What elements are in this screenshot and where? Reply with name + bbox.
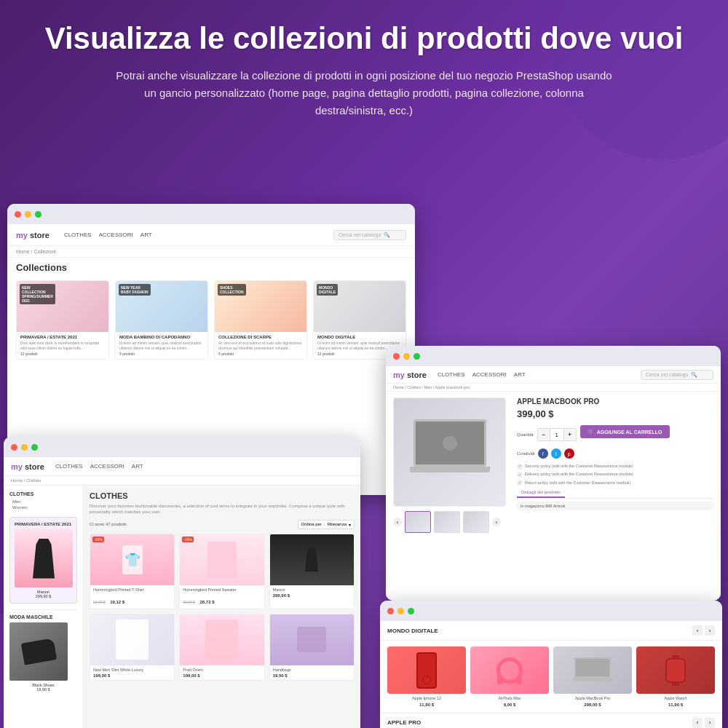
nav-clothes-2[interactable]: CLOTHES [55,463,83,470]
collection-img-2: SHOESCOLLECTION [215,281,306,332]
section1-title: MONDO DIGITALE [387,628,438,634]
product-pricing-1: 35,90 $ 28,72 $ [183,593,261,606]
pinterest-share-button[interactable]: p [564,448,574,459]
product-info-1: Hummingbird Printed Sweater 35,90 $ 28,7… [180,585,264,609]
add-to-cart-label: AGGIUNGE AL CARRELLO [597,430,662,435]
nav-accessori-2[interactable]: ACCESSORI [90,463,124,470]
sort-label: Ordina per [301,522,322,526]
product-info-0: Hummingbird Printed T-Shirt 23,90 $ 19,1… [90,585,174,609]
sidebar-maschile[interactable]: MODA MASCHILE [9,614,77,620]
laptop-icon [406,419,494,485]
product-card-0[interactable]: -20% 👕 Hummingbird Printed T-Shirt 23,90… [90,534,175,609]
store-nav-1: my store CLOTHES ACCESSORI ART Cerca nel… [7,224,415,246]
product-img-4 [180,614,264,665]
coll-desc-0: Duis aute irure dolor in reprehenderit i… [20,341,105,350]
coll-name-2: COLLEZIONE DI SCARPE [218,335,303,339]
mini-price-2: 299,00 $ [553,703,632,707]
prev-thumb-button[interactable]: ‹ [393,518,402,526]
minimize-dot [25,211,31,218]
collection-card-0[interactable]: NEWCOLLECTIONSPRING/SUMMER2021 PRIMAVERA… [16,280,109,360]
thumb-1[interactable] [405,511,431,533]
shoes-promo-img [9,622,68,681]
collection-card-1[interactable]: NEW YEARBABY FASHION MODA BAMBINO DI CAP… [115,280,208,360]
breadcrumb-2: Home / Clothes [4,476,360,486]
promo-title: PRIMAVERA / ESTATE 2021 [15,522,72,526]
return-check-icon: ✓ [517,480,523,486]
mini-product-2[interactable]: Apple MacBook Pro 299,00 $ [553,646,632,707]
collections-heading: Collections [7,258,415,276]
twitter-share-button[interactable]: t [551,448,561,459]
sort-value: Rilevanza [328,522,347,526]
next-thumb-button[interactable]: › [492,518,501,526]
laptop-base [410,467,490,472]
search-bar-3[interactable]: Cerca nel catalogo 🔍 [641,370,713,380]
mini-img-1 [470,646,549,694]
breadcrumb-3: Home / Clothes / Men / Apple macbook pro [386,384,721,392]
section2-nav: ‹ › [692,718,715,728]
product-card-5[interactable]: Handbags 19,50 $ [269,614,355,681]
qty-increase-button[interactable]: + [564,429,576,440]
main-product-image [393,397,506,507]
mini-name-2: Apple MacBook Pro [553,696,632,701]
section1-next-button[interactable]: › [705,625,715,636]
clothes-desc: Discover your favorites fashionable disc… [90,503,355,515]
product-name-4: Pratt Oveni [183,668,261,672]
mini-product-0[interactable]: Apple Iphone 12 11,90 $ [387,646,466,707]
product-card-3[interactable]: New Men Slim White Luxury 199,00 $ [90,614,175,681]
section2-next-button[interactable]: › [705,718,715,728]
collection-card-2[interactable]: SHOESCOLLECTION COLLEZIONE DI SCARPE Ac … [214,280,307,360]
mini-price-0: 11,90 $ [387,703,466,707]
security-policy-text: Security policy (edit with the Customer … [525,463,633,470]
phone-icon [416,652,437,689]
product-card-2[interactable]: Manon 299,90 $ [269,534,355,609]
nav-clothes-3[interactable]: CLOTHES [438,371,465,378]
headphone-icon [496,657,523,684]
nav-art-1[interactable]: ART [141,232,152,238]
apple-logo [443,436,457,451]
maximize-dot-4 [408,608,414,614]
product-badge-0: -20% [92,537,104,542]
mini-product-1[interactable]: AirPods Max 9,00 $ [470,646,549,707]
chevron-down-icon: ▾ [349,522,351,527]
coll-desc-2: Ac vero eos et accusamus et iusto odio d… [218,341,303,350]
facebook-share-button[interactable]: f [538,448,548,459]
mini-product-3[interactable]: Apple Watch 11,90 $ [636,646,715,707]
product-tab-details[interactable]: Dettagli del prodotto [517,488,565,498]
product-images-col: ‹ › [393,397,510,587]
product-card-1[interactable]: -20% Hummingbird Printed Sweater 35,90 $… [179,534,264,609]
watch-icon [665,658,686,683]
thumb-2[interactable] [434,511,460,533]
search-text-3: Cerca nel catalogo [646,372,688,377]
laptop-mini-icon [573,657,613,683]
collection-img-3: MONDODIGITALE [314,281,405,332]
search-bar-1[interactable]: Cerca nel catalogo 🔍 [333,230,406,240]
products-grid-2: -20% 👕 Hummingbird Printed T-Shirt 23,90… [90,534,355,681]
browser-bar-3 [386,346,721,366]
close-dot-2 [11,444,17,451]
sort-selector[interactable]: Ordina per: Rilevanza ▾ [298,520,355,529]
nav-art-3[interactable]: ART [514,371,526,378]
coll-name-0: PRIMAVERA / ESTATE 2021 [20,335,105,339]
nav-art-2[interactable]: ART [132,463,143,470]
section1-prev-button[interactable]: ‹ [692,625,703,636]
share-row: Condividi f t p [517,448,713,459]
sidebar-cat-women[interactable]: Women [9,505,77,510]
nav-accessori-3[interactable]: ACCESSORI [472,371,507,378]
section2-prev-button[interactable]: ‹ [692,718,703,728]
thumb-3[interactable] [463,511,489,533]
qty-decrease-button[interactable]: − [538,429,550,440]
quantity-control: − 1 + [537,428,577,441]
sidebar-cat-men[interactable]: Men [9,499,77,504]
product-name-3: New Men Slim White Luxury [93,668,171,672]
nav-clothes-1[interactable]: CLOTHES [64,232,92,238]
product-card-4[interactable]: Pratt Oveni 199,00 $ [179,614,264,681]
sidebar-cat-clothes[interactable]: CLOTHES [9,491,77,496]
win3-body: ‹ › APPLE MACBOOK PRO 399,00 $ Quantità [386,392,721,593]
add-to-cart-button[interactable]: 🛒 AGGIUNGE AL CARRELLO [580,425,670,438]
nav-links-3: CLOTHES ACCESSORI ART [438,371,526,378]
price-0: 19,12 $ [110,600,124,604]
product-pricing-0: 23,90 $ 19,12 $ [93,593,171,606]
nav-accessori-1[interactable]: ACCESSORI [99,232,133,238]
product-name-5: Handbags [273,668,351,672]
share-label: Condividi [517,451,535,456]
